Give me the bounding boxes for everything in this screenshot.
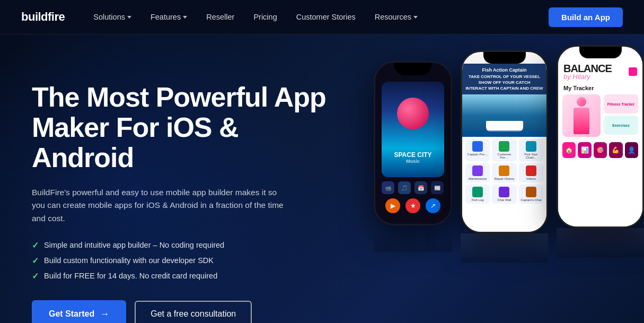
get-started-button[interactable]: Get Started → [32, 300, 126, 323]
grid-icon [526, 187, 536, 197]
brand-logo[interactable]: buildfire [21, 10, 65, 24]
phone-1-wrapper: SPACE CITY Music 📹 🎵 📅 📰 ▶ ★ ↗ [374, 45, 452, 252]
nav-item-features[interactable]: Features [143, 8, 195, 25]
chevron-down-icon [183, 16, 187, 19]
phone-1-content: SPACE CITY Music 📹 🎵 📅 📰 ▶ ★ ↗ [375, 75, 451, 224]
grid-item: Customer Pre-... [492, 139, 516, 161]
phone-2: Fish Action Captain TAKE CONTROL OF YOUR… [461, 50, 548, 233]
hero-phones: SPACE CITY Music 📹 🎵 📅 📰 ▶ ★ ↗ [374, 45, 644, 323]
tracker-content: Fitness Tracker Exercises [558, 94, 642, 137]
space-city-background: SPACE CITY Music [382, 82, 444, 177]
phone-2-reflection [461, 233, 548, 263]
phone-1: SPACE CITY Music 📹 🎵 📅 📰 ▶ ★ ↗ [374, 61, 452, 225]
phone-2-content: Fish Action Captain TAKE CONTROL OF YOUR… [462, 64, 546, 232]
phone-1-reflection [374, 225, 452, 252]
my-tracker-label: My Tracker [558, 83, 642, 93]
fish-app-hero-image [462, 94, 546, 137]
boat-icon [486, 121, 523, 132]
phone-3-reflection [557, 228, 644, 257]
grid-icon [472, 165, 483, 176]
grid-item: Captain's Chat [519, 185, 543, 204]
nav-item-customer-stories[interactable]: Customer Stories [289, 8, 363, 25]
grid-item: Captain Pre-... [465, 139, 490, 161]
chevron-down-icon [413, 16, 418, 19]
grid-icon [526, 165, 536, 176]
hero-section: The Most Powerful App Maker For iOS & An… [0, 34, 644, 323]
phone-notch-3 [579, 47, 622, 58]
grid-item: Pick Your Chart... [519, 139, 543, 161]
app-icon: 🎵 [398, 181, 411, 194]
checkmark-icon: ✓ [32, 256, 39, 266]
navbar: buildfire Solutions Features Reseller Pr… [0, 0, 644, 34]
balance-logo-area: BALANCE by Hilary [563, 63, 612, 81]
phone-2-wrapper: Fish Action Captain TAKE CONTROL OF YOUR… [461, 45, 548, 263]
tracker-right-grid: Fitness Tracker Exercises [604, 94, 638, 137]
footer-icon-5: 👤 [625, 142, 638, 158]
exercises-card: Exercises [604, 116, 638, 135]
footer-icon-4: 💪 [609, 142, 622, 158]
balance-app-content: BALANCE by Hilary My Tracker [558, 58, 642, 226]
fish-app-header: Fish Action Captain TAKE CONTROL OF YOUR… [462, 64, 546, 94]
grid-item: Maintenance [465, 163, 490, 182]
grid-icon [499, 165, 509, 176]
space-city-label: SPACE CITY Music [394, 151, 431, 164]
phone-notch-2 [483, 52, 526, 64]
grid-icon [499, 187, 509, 197]
hero-title: The Most Powerful App Maker For iOS & An… [32, 82, 329, 173]
checkmark-icon: ✓ [32, 271, 39, 281]
grid-icon [526, 141, 536, 152]
bottom-icon: ↗ [426, 198, 440, 213]
nav-item-solutions[interactable]: Solutions [86, 8, 139, 25]
balance-header: BALANCE by Hilary [558, 58, 642, 83]
hero-buttons: Get Started → Get a free consultation [32, 300, 329, 323]
tracker-left-panel [562, 94, 601, 137]
chevron-down-icon [127, 16, 131, 19]
nav-item-pricing[interactable]: Pricing [246, 8, 284, 25]
planet-icon [397, 98, 429, 129]
grid-icon [472, 187, 483, 197]
feature-item-3: ✓ Build for FREE for 14 days. No credit … [32, 271, 329, 281]
arrow-right-icon: → [100, 309, 109, 320]
free-consultation-button[interactable]: Get a free consultation [135, 301, 252, 323]
bottom-icon: ★ [405, 198, 420, 213]
footer-icon-2: 📊 [578, 142, 591, 158]
grid-icon [472, 141, 483, 152]
hero-features-list: ✓ Simple and intuitive app builder – No … [32, 240, 329, 281]
feature-item-1: ✓ Simple and intuitive app builder – No … [32, 240, 329, 250]
footer-icon-3: 🎯 [594, 142, 607, 158]
app-icon: 📅 [414, 181, 427, 194]
balance-app-footer: 🏠 📊 🎯 💪 👤 [558, 139, 642, 161]
nav-links: Solutions Features Reseller Pricing Cust… [86, 8, 549, 25]
hero-content: The Most Powerful App Maker For iOS & An… [32, 66, 329, 323]
build-app-button[interactable]: Build an App [549, 7, 623, 27]
phone-1-bottom-bar: ▶ ★ ↗ [385, 198, 440, 213]
phone-3: BALANCE by Hilary My Tracker [557, 45, 644, 228]
footer-icon-1: 🏠 [562, 142, 576, 158]
phone-1-app-grid: 📹 🎵 📅 📰 [382, 181, 444, 194]
feature-item-2: ✓ Build custom functionality with our de… [32, 256, 329, 266]
fish-app-grid: Captain Pre-... Customer Pre-... Pick Yo… [462, 137, 546, 206]
hero-subtitle: BuildFire's powerful and easy to use mob… [32, 186, 292, 225]
phone-3-wrapper: BALANCE by Hilary My Tracker [557, 45, 644, 257]
app-icon: 📰 [431, 181, 444, 194]
bottom-icon: ▶ [385, 198, 400, 213]
app-icon: 📹 [382, 181, 394, 194]
balance-menu-icon [629, 67, 637, 76]
checkmark-icon: ✓ [32, 240, 39, 250]
nav-item-reseller[interactable]: Reseller [199, 8, 242, 25]
grid-item: Chat Wall [492, 185, 516, 204]
grid-item: Videos [519, 163, 543, 182]
nav-item-resources[interactable]: Resources [367, 8, 425, 25]
grid-item: Fish Log [465, 185, 490, 204]
fitness-tracker-card: Fitness Tracker [604, 94, 638, 114]
phone-notch-1 [394, 63, 431, 75]
grid-icon [499, 141, 509, 152]
grid-item: Repair History [492, 163, 516, 182]
